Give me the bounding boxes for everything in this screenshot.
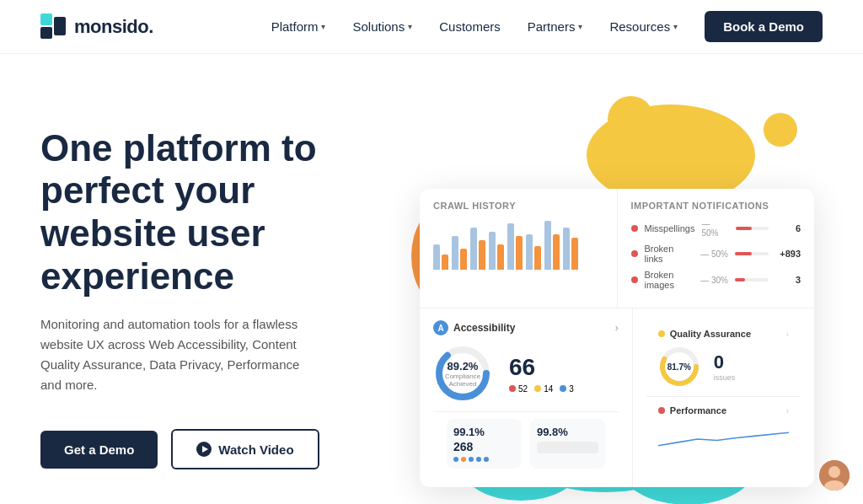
nav-link-resources[interactable]: Resources ▾	[609, 19, 678, 34]
hero-subtitle: Monitoring and automation tools for a fl…	[40, 314, 310, 395]
yellow-blob-small1	[608, 96, 654, 142]
badge-dot	[560, 385, 566, 392]
badge-count: 14	[544, 384, 553, 394]
bar-group	[470, 228, 485, 270]
nav-item-solutions[interactable]: Solutions ▾	[352, 19, 412, 34]
notification-label: Broken images	[645, 270, 694, 290]
notification-bar	[735, 278, 769, 281]
notification-dot	[631, 225, 638, 232]
chevron-right-icon: ›	[615, 322, 619, 334]
badge-count: 52	[518, 384, 528, 394]
watch-video-button[interactable]: Watch Video	[171, 429, 319, 469]
sparkline-svg	[658, 422, 789, 456]
dashboard-card: Crawl History	[420, 189, 814, 487]
book-demo-button[interactable]: Book a Demo	[705, 11, 823, 42]
notification-bar-fill	[735, 252, 752, 255]
mini-card-1: 99.1% 268	[447, 419, 522, 469]
panel-metrics: 81.7% 0 issues	[658, 346, 789, 388]
nav-item-resources[interactable]: Resources ▾	[609, 19, 678, 34]
performance-panel: Performance ›	[646, 397, 801, 468]
badge-info: 3	[560, 384, 574, 394]
issue-badges: 52 14 3	[509, 384, 574, 394]
svg-rect-0	[40, 13, 52, 25]
play-icon	[196, 442, 212, 457]
notification-count: 6	[775, 223, 801, 233]
bar	[489, 232, 496, 270]
notification-pct: — 50%	[700, 249, 728, 259]
hero-content: One platform to perfect your website use…	[40, 127, 394, 469]
mini-dot	[453, 457, 458, 462]
mini-dot	[469, 457, 474, 462]
notification-bar-fill	[735, 278, 745, 281]
crawl-history-panel: Crawl History	[420, 189, 618, 308]
nav-item-cta[interactable]: Book a Demo	[705, 11, 823, 42]
mini-cards: 99.1% 268 99.8%	[433, 411, 619, 475]
notification-count: 3	[775, 275, 801, 285]
card-header: Crawl History	[420, 189, 814, 308]
notification-label: Broken links	[645, 244, 694, 264]
badge-dot	[534, 385, 541, 392]
bar	[452, 236, 458, 270]
accessibility-header: A Accessibility ›	[433, 320, 619, 335]
quality-num-wrap: 0 issues	[714, 351, 736, 382]
nav-item-platform[interactable]: Platform ▾	[271, 19, 326, 34]
accessibility-panel: A Accessibility › 89.2%	[420, 308, 633, 487]
bar	[563, 228, 570, 270]
nav-link-customers[interactable]: Customers	[439, 19, 501, 34]
compliance-label: ComplianceAchieved	[445, 373, 480, 388]
mini-pct: 99.1%	[453, 426, 515, 438]
nav-link-solutions[interactable]: Solutions ▾	[352, 19, 412, 34]
panel-header: Performance ›	[658, 405, 789, 416]
chevron-right-icon: ›	[786, 406, 789, 416]
mini-card-2: 99.8%	[530, 419, 605, 469]
performance-sparkline	[658, 422, 789, 459]
quality-num-label: issues	[714, 373, 736, 382]
get-demo-button[interactable]: Get a Demo	[40, 431, 158, 469]
chevron-down-icon: ▾	[408, 22, 412, 31]
badge-count: 3	[569, 384, 574, 394]
logo[interactable]: monsido.	[40, 13, 153, 40]
bar	[442, 255, 448, 270]
chevron-down-icon: ▾	[321, 22, 325, 31]
avatar[interactable]	[819, 460, 850, 491]
yellow-blob-small2	[764, 113, 797, 147]
chevron-down-icon: ▾	[673, 22, 678, 31]
accessibility-icon: A	[433, 320, 448, 335]
donut-text: 89.2% ComplianceAchieved	[445, 360, 480, 388]
quality-panel: Quality Assurance › 81.7%	[646, 320, 801, 397]
mini-pct: 99.8%	[537, 426, 598, 438]
nav-item-partners[interactable]: Partners ▾	[528, 19, 583, 34]
notification-dot	[631, 250, 638, 257]
bar	[516, 236, 523, 270]
issues-count: 66	[509, 354, 574, 381]
notification-bar	[736, 227, 769, 230]
chevron-down-icon: ▾	[578, 22, 582, 31]
panel-title-wrap: Performance	[658, 405, 726, 416]
nav-item-customers[interactable]: Customers	[439, 19, 501, 34]
bar	[479, 240, 485, 270]
bar	[497, 244, 504, 270]
avatar-image	[819, 460, 850, 491]
svg-rect-2	[54, 17, 66, 35]
nav-link-partners[interactable]: Partners ▾	[528, 19, 583, 34]
bar-group	[507, 223, 523, 270]
quality-dot	[658, 330, 665, 337]
compliance-pct: 89.2%	[445, 360, 480, 373]
badge-critical: 52	[509, 384, 528, 394]
bar	[433, 244, 440, 270]
mini-dots	[453, 457, 515, 462]
nav-link-platform[interactable]: Platform ▾	[271, 19, 326, 34]
panel-header: Quality Assurance ›	[658, 329, 789, 339]
crawl-history-chart	[433, 219, 603, 270]
notification-item: Broken links — 50% +893	[631, 244, 801, 264]
mini-num: 268	[453, 440, 515, 453]
bar	[460, 249, 467, 270]
quality-pct: 81.7%	[667, 362, 691, 372]
play-triangle	[202, 446, 208, 453]
bar-group	[433, 244, 448, 270]
quality-title: Quality Assurance	[670, 329, 751, 339]
nav-links: Platform ▾ Solutions ▾ Customers Partner…	[271, 11, 823, 42]
acc-title-wrap: A Accessibility	[433, 320, 515, 335]
notification-bar-fill	[736, 227, 753, 230]
bar-group	[526, 234, 541, 270]
